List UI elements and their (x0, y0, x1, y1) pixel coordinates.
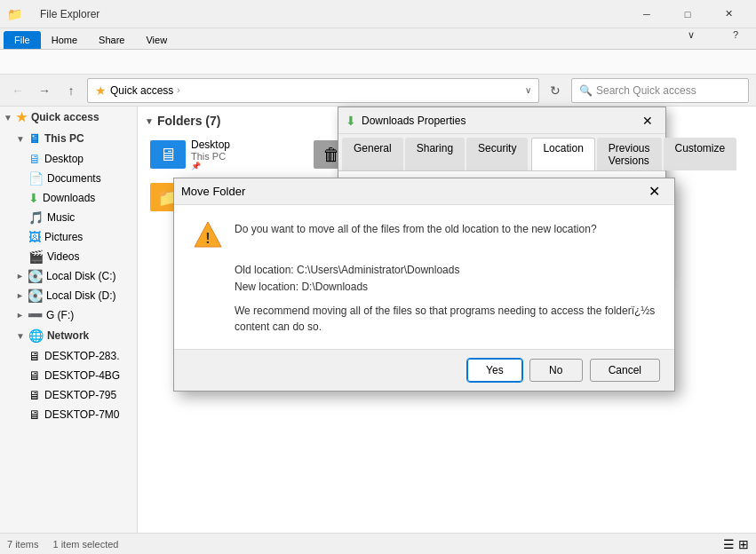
sidebar-item-local-disk-d[interactable]: ► 💽 Local Disk (D:) (0, 286, 137, 305)
folders-header-label: Folders (7) (157, 114, 221, 128)
sidebar-item-desktop283[interactable]: 🖥 DESKTOP-283. (0, 346, 137, 366)
sidebar-item-desktop4bg[interactable]: 🖥 DESKTOP-4BG (0, 366, 137, 385)
sidebar-local-disk-c-label: Local Disk (C:) (46, 270, 116, 282)
details-view-button[interactable]: ☰ (723, 537, 735, 551)
sidebar-item-this-pc[interactable]: ▼ 🖥 This PC (0, 128, 137, 149)
move-dialog-footer: Yes No Cancel (174, 349, 674, 391)
music-icon: 🎵 (28, 210, 44, 225)
up-button[interactable]: ↑ (60, 80, 82, 101)
tab-file[interactable]: File (4, 31, 41, 49)
sidebar-item-desktop[interactable]: 🖥 Desktop (0, 149, 137, 169)
collapse-folders-icon[interactable]: ▼ (145, 116, 154, 126)
old-location-line: Old location: C:\Users\Administrator\Dow… (235, 262, 657, 279)
minimize-button[interactable]: ─ (626, 0, 667, 28)
status-bar: 7 items 1 item selected ☰ ⊞ (0, 533, 756, 554)
selection-status: 1 item selected (52, 539, 118, 550)
address-dropdown-icon[interactable]: ∨ (525, 85, 531, 95)
sidebar-downloads-label: Downloads (43, 192, 95, 204)
title-bar-icon (22, 7, 36, 21)
move-dialog-locations: Old location: C:\Users\Administrator\Dow… (235, 262, 657, 296)
chevron-right-icon: ► (16, 291, 24, 300)
downloads-dialog-close-button[interactable]: ✕ (637, 112, 658, 130)
old-location-label: Old location: (235, 264, 294, 276)
sidebar-item-network[interactable]: ▼ 🌐 Network (0, 325, 137, 346)
items-count: 7 items (7, 539, 38, 550)
sidebar-item-music[interactable]: 🎵 Music (0, 208, 137, 227)
chevron-down-icon: ▼ (4, 113, 12, 123)
tab-home[interactable]: Home (41, 31, 88, 49)
new-location-value: D:\Downloads (301, 281, 368, 293)
move-no-button[interactable]: No (529, 359, 583, 382)
desktop-icon: 🖥 (28, 152, 41, 166)
sidebar-item-videos[interactable]: 🎬 Videos (0, 247, 137, 266)
sidebar-item-desktop795[interactable]: 🖥 DESKTOP-795 (0, 385, 137, 405)
ribbon-controls: ∨ ? (671, 20, 756, 49)
sidebar-item-desktop7mc[interactable]: 🖥 DESKTOP-7M0 (0, 405, 137, 424)
sidebar-item-downloads[interactable]: ⬇ Downloads (0, 188, 137, 208)
chevron-down-icon: ▼ (16, 331, 25, 341)
sidebar-item-pictures[interactable]: 🖼 Pictures (0, 227, 137, 247)
sidebar-item-quick-access[interactable]: ▼ ★ Quick access (0, 107, 137, 128)
tab-share[interactable]: Share (88, 31, 135, 49)
refresh-button[interactable]: ↻ (545, 80, 566, 101)
tab-security[interactable]: Security (466, 138, 528, 170)
ribbon-collapse-button[interactable]: ∨ (671, 20, 712, 49)
tab-sharing[interactable]: Sharing (405, 138, 465, 170)
list-item[interactable]: 🖥 Desktop This PC 📌 (145, 135, 305, 174)
star-icon: ★ (16, 110, 28, 124)
move-dialog-title-bar: Move Folder ✕ (174, 178, 674, 205)
sidebar-music-label: Music (47, 211, 75, 224)
move-dialog-question: ! Do you want to move all of the files f… (192, 219, 657, 251)
sidebar: ▼ ★ Quick access ▼ 🖥 This PC 🖥 Desktop 📄… (0, 107, 138, 533)
g-drive-icon: ➖ (28, 308, 43, 322)
sidebar-desktop283-label: DESKTOP-283. (44, 350, 119, 362)
tab-view[interactable]: View (135, 31, 178, 49)
folder-sub: This PC (191, 151, 230, 162)
address-bar: ← → ↑ ★ Quick access › ∨ ↻ 🔍 Search Quic… (0, 75, 756, 107)
sidebar-item-documents[interactable]: 📄 Documents (0, 169, 137, 188)
sidebar-item-g-drive[interactable]: ► ➖ G (F:) (0, 305, 137, 325)
address-field[interactable]: ★ Quick access › ∨ (87, 78, 539, 103)
videos-icon: 🎬 (28, 249, 44, 264)
downloads-icon: ⬇ (28, 191, 39, 205)
large-icons-view-button[interactable]: ⊞ (738, 537, 749, 551)
search-icon: 🔍 (579, 84, 593, 97)
forward-button[interactable]: → (34, 80, 55, 101)
tab-general[interactable]: General (342, 138, 403, 170)
sidebar-quick-access-label: Quick access (31, 111, 99, 123)
pictures-icon: 🖼 (28, 230, 41, 244)
documents-icon: 📄 (28, 171, 44, 186)
new-location-label: New location: (235, 281, 298, 293)
tab-previous-versions[interactable]: Previous Versions (597, 138, 662, 170)
recommend-text: We recommend moving all of the files so … (235, 305, 655, 333)
downloads-dialog-tabs: General Sharing Security Location Previo… (338, 134, 665, 171)
title-bar-title: File Explorer (40, 8, 626, 20)
search-box[interactable]: 🔍 Search Quick access (571, 78, 749, 103)
warning-icon-wrap: ! (192, 219, 224, 251)
move-question-text: Do you want to move all of the files fro… (235, 219, 597, 235)
sidebar-desktop7mc-label: DESKTOP-7M0 (44, 408, 119, 421)
help-button[interactable]: ? (715, 20, 756, 49)
tab-location[interactable]: Location (531, 138, 594, 170)
computer-icon: 🖥 (28, 408, 41, 422)
pin-icon: 📌 (191, 162, 230, 170)
folder-name: Desktop (191, 138, 230, 151)
dialog-title-text: Downloads Properties (362, 115, 632, 127)
disk-icon: 💽 (28, 269, 43, 283)
move-cancel-button[interactable]: Cancel (590, 359, 660, 382)
sidebar-desktop795-label: DESKTOP-795 (44, 389, 116, 401)
move-dialog-close-button[interactable]: ✕ (641, 181, 667, 202)
sidebar-videos-label: Videos (47, 250, 79, 263)
main-area: ▼ ★ Quick access ▼ 🖥 This PC 🖥 Desktop 📄… (0, 107, 756, 533)
new-location-line: New location: D:\Downloads (235, 279, 657, 296)
move-yes-button[interactable]: Yes (467, 359, 522, 382)
downloads-dialog-icon: ⬇ (346, 114, 356, 128)
back-button[interactable]: ← (7, 80, 28, 101)
tab-customize[interactable]: Customize (664, 138, 737, 170)
ribbon-tabs: File Home Share View ∨ ? (0, 28, 756, 50)
sidebar-item-local-disk-c[interactable]: ► 💽 Local Disk (C:) (0, 266, 137, 286)
dialog-title-bar: ⬇ Downloads Properties ✕ (338, 107, 665, 134)
chevron-right-icon: ► (16, 311, 24, 320)
move-dialog-title-text: Move Folder (181, 185, 636, 198)
address-chevron-icon: › (177, 85, 179, 95)
